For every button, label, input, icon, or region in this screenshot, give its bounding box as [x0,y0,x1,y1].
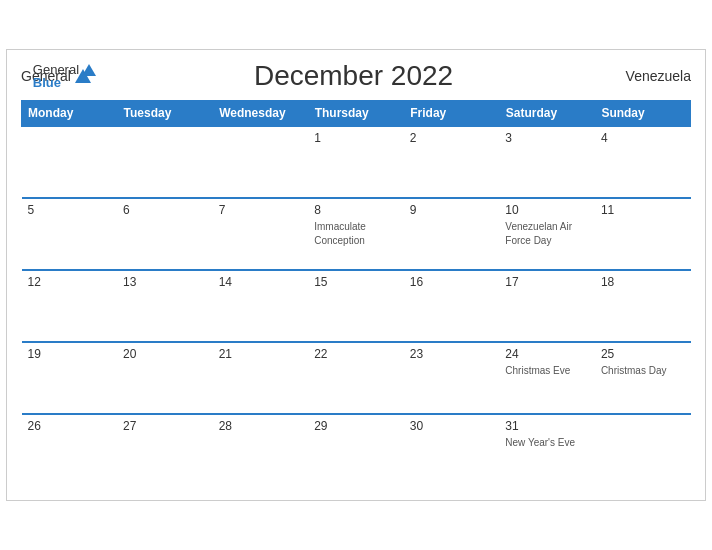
day-number: 20 [123,347,207,361]
day-number: 23 [410,347,494,361]
day-cell: 29 [308,414,404,486]
day-cell: 18 [595,270,691,342]
day-cell: 11 [595,198,691,270]
week-row-2: 5678Immaculate Conception910Venezuelan A… [22,198,691,270]
weekday-header-row: MondayTuesdayWednesdayThursdayFridaySatu… [22,101,691,127]
day-number: 22 [314,347,398,361]
day-cell: 17 [499,270,595,342]
day-cell: 6 [117,198,213,270]
day-cell: 19 [22,342,118,414]
weekday-header-wednesday: Wednesday [213,101,309,127]
day-cell [117,126,213,198]
logo-blue-label: Blue [33,75,61,90]
day-cell: 10Venezuelan Air Force Day [499,198,595,270]
day-number: 30 [410,419,494,433]
week-row-5: 262728293031New Year's Eve [22,414,691,486]
day-number: 16 [410,275,494,289]
day-event: Venezuelan Air Force Day [505,221,572,246]
day-cell: 4 [595,126,691,198]
day-number: 1 [314,131,398,145]
day-cell: 16 [404,270,500,342]
logo-icon [82,64,96,76]
day-number: 3 [505,131,589,145]
day-number: 10 [505,203,589,217]
day-cell: 27 [117,414,213,486]
day-cell: 3 [499,126,595,198]
day-cell: 25Christmas Day [595,342,691,414]
day-cell: 7 [213,198,309,270]
day-cell [22,126,118,198]
day-cell [213,126,309,198]
day-number: 8 [314,203,398,217]
day-cell: 1 [308,126,404,198]
calendar-title: December 2022 [96,60,611,92]
weekday-header-monday: Monday [22,101,118,127]
day-number: 7 [219,203,303,217]
day-cell: 21 [213,342,309,414]
calendar-container: General General Blue December 2022 Venez… [6,49,706,501]
day-number: 9 [410,203,494,217]
day-event: Christmas Eve [505,365,570,376]
calendar-country: Venezuela [611,68,691,84]
day-number: 17 [505,275,589,289]
day-cell: 5 [22,198,118,270]
day-event: Christmas Day [601,365,667,376]
week-row-1: 1234 [22,126,691,198]
day-number: 29 [314,419,398,433]
day-cell: 31New Year's Eve [499,414,595,486]
day-number: 28 [219,419,303,433]
weekday-header-thursday: Thursday [308,101,404,127]
day-number: 24 [505,347,589,361]
day-number: 26 [28,419,112,433]
day-number: 18 [601,275,685,289]
day-cell: 12 [22,270,118,342]
weekday-header-saturday: Saturday [499,101,595,127]
day-event: Immaculate Conception [314,221,366,246]
week-row-3: 12131415161718 [22,270,691,342]
day-event: New Year's Eve [505,437,575,448]
day-number: 2 [410,131,494,145]
day-cell: 14 [213,270,309,342]
day-cell: 23 [404,342,500,414]
day-number: 11 [601,203,685,217]
day-cell: 20 [117,342,213,414]
day-cell: 13 [117,270,213,342]
day-number: 13 [123,275,207,289]
day-cell: 22 [308,342,404,414]
day-number: 25 [601,347,685,361]
day-cell: 8Immaculate Conception [308,198,404,270]
week-row-4: 192021222324Christmas Eve25Christmas Day [22,342,691,414]
day-number: 21 [219,347,303,361]
weekday-header-friday: Friday [404,101,500,127]
day-cell: 9 [404,198,500,270]
day-number: 12 [28,275,112,289]
day-cell: 30 [404,414,500,486]
calendar-grid: MondayTuesdayWednesdayThursdayFridaySatu… [21,100,691,486]
day-cell: 26 [22,414,118,486]
day-cell [595,414,691,486]
day-number: 31 [505,419,589,433]
day-cell: 15 [308,270,404,342]
calendar-header: General General Blue December 2022 Venez… [21,60,691,92]
day-cell: 24Christmas Eve [499,342,595,414]
day-number: 14 [219,275,303,289]
day-number: 6 [123,203,207,217]
day-number: 4 [601,131,685,145]
day-cell: 28 [213,414,309,486]
weekday-header-sunday: Sunday [595,101,691,127]
day-number: 19 [28,347,112,361]
day-number: 5 [28,203,112,217]
day-number: 15 [314,275,398,289]
day-cell: 2 [404,126,500,198]
day-number: 27 [123,419,207,433]
weekday-header-tuesday: Tuesday [117,101,213,127]
